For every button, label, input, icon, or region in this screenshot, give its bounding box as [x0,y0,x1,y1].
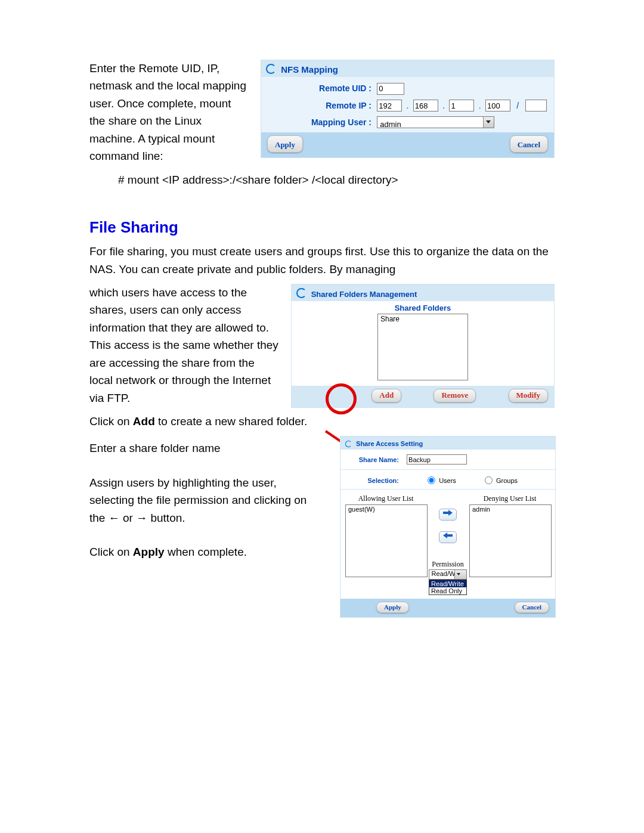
refresh-icon [296,288,306,298]
apply-button[interactable]: Apply [267,135,303,153]
share-access-panel: Share Access Setting Share Name: Selecti… [340,436,556,618]
chevron-down-icon [483,117,494,128]
refresh-icon [345,441,352,447]
sfm-title-text: Shared Folders Management [311,290,417,299]
ip-octet-3[interactable] [449,100,474,112]
modify-button[interactable]: Modify [509,389,548,402]
list-item[interactable]: guest(W) [346,505,427,513]
shared-folders-subhead: Shared Folders [292,304,554,312]
cancel-button[interactable]: Cancel [510,135,548,153]
nfs-button-bar: Apply Cancel [261,132,554,157]
share-access-wrap: Share Access Setting Share Name: Selecti… [328,436,555,618]
groups-radio[interactable] [485,476,493,484]
shared-folders-panel: Shared Folders Management Shared Folders… [291,284,555,408]
groups-radio-label: Groups [496,477,518,484]
ip-octet-4[interactable] [485,100,510,112]
refresh-icon [266,64,276,74]
list-item[interactable]: admin [470,505,551,513]
sas-panel-title: Share Access Setting [340,436,555,450]
mapping-user-value: admin [377,119,414,129]
permission-option[interactable]: Read/Write [429,580,466,587]
cancel-button[interactable]: Cancel [515,602,549,613]
allowing-user-list[interactable]: guest(W) [345,504,428,577]
nfs-title-text: NFS Mapping [281,64,338,75]
selection-label: Selection: [346,477,399,484]
mapping-user-dropdown[interactable]: admin [377,116,494,128]
remote-uid-label: Remote UID : [267,83,371,93]
slash-separator: / [513,101,522,110]
mapping-user-label: Mapping User : [267,117,371,127]
share-name-label: Share Name: [346,456,399,463]
shared-folders-list[interactable]: Share [377,314,468,380]
nfs-panel-title: NFS Mapping [261,60,554,77]
ip-octet-2[interactable] [413,100,438,112]
sas-title-text: Share Access Setting [356,440,423,447]
sas-button-bar: Apply Cancel [340,599,555,617]
permission-options[interactable]: Read/Write Read Only [429,580,467,595]
add-button[interactable]: Add [371,389,401,402]
chevron-down-icon [454,570,466,579]
file-sharing-heading: File Sharing [89,218,555,237]
denying-user-list[interactable]: admin [469,504,552,577]
nfs-mapping-panel: NFS Mapping Remote UID : Remote IP : . .… [261,60,555,158]
netmask-input[interactable] [525,100,547,112]
user-lists: Allowing User List guest(W) Permission R… [340,490,555,599]
fs-para-1: For file sharing, you must create users … [89,243,555,278]
share-name-input[interactable] [407,454,467,465]
dot-separator: . [441,101,446,110]
denying-list-head: Denying User List [469,494,550,503]
share-name-row: Share Name: [340,450,555,470]
users-radio-label: Users [439,477,456,484]
permission-select[interactable]: Read/Write [429,569,467,580]
remote-ip-label: Remote IP : [267,101,371,110]
list-item[interactable]: Share [378,314,467,324]
mount-command: # mount <IP address>:/<share folder> /<l… [89,171,555,188]
dot-separator: . [478,101,482,110]
remote-uid-input[interactable] [377,83,404,95]
permission-option[interactable]: Read Only [429,587,466,594]
fs-click-add: Click on Add to create a new shared fold… [89,413,555,430]
ip-octet-1[interactable] [377,100,402,112]
permission-label: Permission [428,560,468,569]
users-radio[interactable] [428,476,435,484]
sfm-panel-title: Shared Folders Management [292,284,554,301]
remove-button[interactable]: Remove [434,389,476,402]
selection-row: Selection: Users Groups [340,470,555,490]
apply-button[interactable]: Apply [376,602,409,613]
sfm-button-bar: Add Remove Modify [292,386,554,407]
dot-separator: . [405,101,410,110]
nfs-form: Remote UID : Remote IP : . . . / Mapping… [261,77,554,132]
move-left-button[interactable] [439,531,457,543]
allowing-list-head: Allowing User List [345,494,426,503]
move-right-button[interactable] [439,509,457,521]
